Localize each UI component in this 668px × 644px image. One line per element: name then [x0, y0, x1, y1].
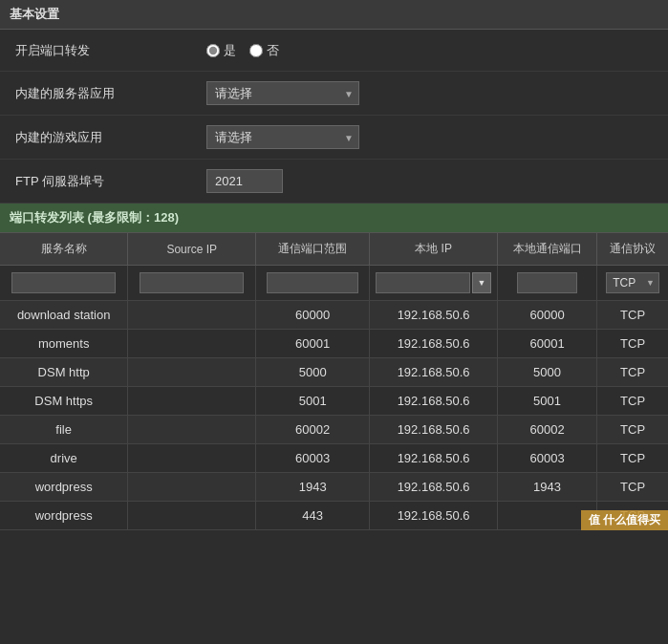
row-localPort: 5000 [498, 358, 597, 387]
ftp-port-row: FTP 伺服器埠号 [0, 160, 668, 204]
input-service[interactable] [11, 272, 116, 293]
port-section-title: 端口转发列表 (最多限制：128) [0, 204, 668, 233]
port-forward-radio-group: 是 否 [206, 42, 279, 59]
builtin-server-select-wrapper: 请选择 [206, 81, 359, 105]
builtin-game-control: 请选择 [206, 125, 653, 149]
port-forward-yes-label: 是 [224, 42, 236, 59]
row-commRange: 60000 [256, 301, 370, 330]
table-row: DSM https5001192.168.50.65001TCP [0, 387, 668, 416]
table-row: download station60000192.168.50.660000TC… [0, 301, 668, 330]
th-local-port: 本地通信端口 [498, 233, 597, 266]
row-commRange: 5001 [256, 387, 370, 416]
row-localIP: 192.168.50.6 [370, 387, 498, 416]
row-localIP: 192.168.50.6 [370, 502, 498, 530]
ftp-port-control [206, 169, 653, 193]
port-forward-table: 服务名称 Source IP 通信端口范围 本地 IP 本地通信端口 通信协议 [0, 233, 668, 530]
row-service: moments [0, 330, 128, 358]
port-forward-label: 开启端口转发 [15, 42, 206, 59]
row-localIP: 192.168.50.6 [370, 473, 498, 502]
table-header-row: 服务名称 Source IP 通信端口范围 本地 IP 本地通信端口 通信协议 [0, 233, 668, 266]
row-localPort: 60002 [498, 416, 597, 444]
local-ip-input-wrapper: ▼ [376, 272, 491, 293]
row-localPort: 60001 [498, 330, 597, 358]
input-comm-range[interactable] [267, 272, 357, 293]
input-local-ip-cell: ▼ [370, 266, 498, 301]
protocol-select-wrapper: TCP UDP TCP/UDP [606, 272, 659, 293]
row-localPort: 1943 [498, 473, 597, 502]
input-local-port-cell [498, 266, 597, 301]
row-protocol: TCP [597, 473, 668, 502]
table-row: wordpress1943192.168.50.61943TCP [0, 473, 668, 502]
row-commRange: 5000 [256, 358, 370, 387]
row-sourceIP [128, 416, 256, 444]
row-localIP: 192.168.50.6 [370, 301, 498, 330]
row-sourceIP [128, 301, 256, 330]
builtin-game-select-wrapper: 请选择 [206, 125, 359, 149]
row-sourceIP [128, 358, 256, 387]
input-comm-range-cell [256, 266, 370, 301]
input-service-cell [0, 266, 128, 301]
local-ip-dropdown-btn[interactable]: ▼ [472, 272, 491, 293]
row-service: wordpress [0, 473, 128, 502]
th-local-ip: 本地 IP [370, 233, 498, 266]
input-source-ip-cell [128, 266, 256, 301]
port-forward-no-label: 否 [267, 42, 279, 59]
builtin-game-row: 内建的游戏应用 请选择 [0, 116, 668, 160]
row-localPort: 60000 [498, 301, 597, 330]
input-source-ip[interactable] [140, 272, 244, 293]
input-local-ip[interactable] [376, 272, 470, 293]
row-sourceIP [128, 387, 256, 416]
row-commRange: 60002 [256, 416, 370, 444]
th-source-ip: Source IP [128, 233, 256, 266]
row-localIP: 192.168.50.6 [370, 416, 498, 444]
row-service: download station [0, 301, 128, 330]
row-sourceIP [128, 502, 256, 530]
row-service: file [0, 416, 128, 444]
builtin-server-label: 内建的服务器应用 [15, 85, 206, 102]
ftp-port-input[interactable] [206, 169, 283, 193]
builtin-server-select[interactable]: 请选择 [206, 81, 359, 105]
basic-settings-title: 基本设置 [0, 0, 668, 30]
row-protocol: TCP [597, 416, 668, 444]
ftp-port-label: FTP 伺服器埠号 [15, 173, 206, 190]
table-row: moments60001192.168.50.660001TCP [0, 330, 668, 358]
row-commRange: 1943 [256, 473, 370, 502]
port-forward-yes[interactable]: 是 [206, 42, 236, 59]
th-comm-range: 通信端口范围 [256, 233, 370, 266]
row-localPort: 5001 [498, 387, 597, 416]
row-sourceIP [128, 473, 256, 502]
row-service: wordpress [0, 502, 128, 530]
row-localIP: 192.168.50.6 [370, 330, 498, 358]
row-commRange: 60001 [256, 330, 370, 358]
watermark: 值 什么值得买 [581, 510, 668, 530]
row-protocol: TCP [597, 330, 668, 358]
row-protocol: TCP [597, 387, 668, 416]
input-protocol[interactable]: TCP UDP TCP/UDP [606, 272, 659, 293]
row-protocol: TCP [597, 358, 668, 387]
port-section: 端口转发列表 (最多限制：128) 服务名称 Source IP 通信端口范围 … [0, 204, 668, 530]
row-protocol: TCP [597, 301, 668, 330]
row-protocol: TCP [597, 444, 668, 473]
table-input-row: ▼ TCP UDP TCP/UDP [0, 266, 668, 301]
row-commRange: 443 [256, 502, 370, 530]
row-service: DSM https [0, 387, 128, 416]
builtin-game-label: 内建的游戏应用 [15, 129, 206, 146]
port-forward-control: 是 否 [206, 42, 653, 59]
builtin-game-select[interactable]: 请选择 [206, 125, 359, 149]
row-commRange: 60003 [256, 444, 370, 473]
builtin-server-row: 内建的服务器应用 请选择 [0, 72, 668, 116]
input-local-port[interactable] [517, 272, 578, 293]
row-localIP: 192.168.50.6 [370, 358, 498, 387]
table-row: wordpress443192.168.50.6TCP [0, 502, 668, 530]
builtin-server-control: 请选择 [206, 81, 653, 105]
table-row: drive60003192.168.50.660003TCP [0, 444, 668, 473]
row-service: DSM http [0, 358, 128, 387]
port-table-body: ▼ TCP UDP TCP/UDP download stati [0, 266, 668, 530]
row-localIP: 192.168.50.6 [370, 444, 498, 473]
table-row: file60002192.168.50.660002TCP [0, 416, 668, 444]
input-protocol-cell: TCP UDP TCP/UDP [597, 266, 668, 301]
port-forward-no[interactable]: 否 [249, 42, 279, 59]
th-protocol: 通信协议 [597, 233, 668, 266]
table-row: DSM http5000192.168.50.65000TCP [0, 358, 668, 387]
row-sourceIP [128, 330, 256, 358]
